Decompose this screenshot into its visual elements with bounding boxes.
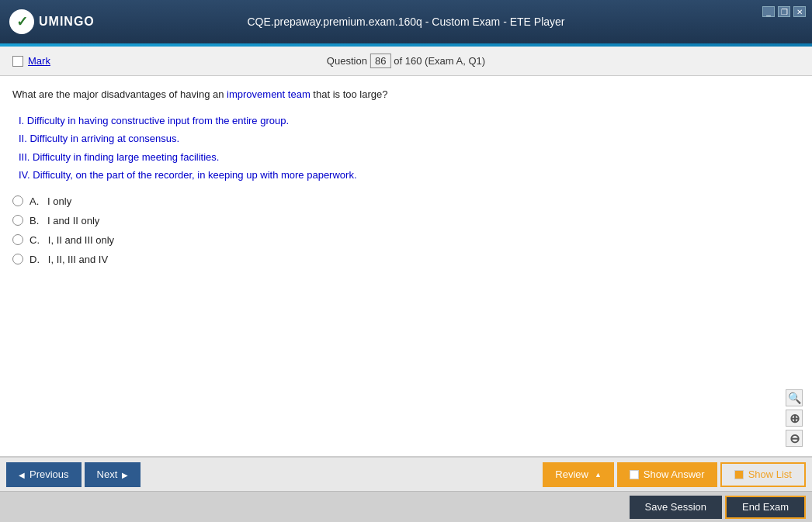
logo-check-icon: ✓ xyxy=(16,13,28,30)
end-exam-button[interactable]: End Exam xyxy=(725,496,806,519)
close-button[interactable]: ✕ xyxy=(793,6,806,17)
highlight-improvement: improvement team xyxy=(227,88,311,100)
zoom-out-button[interactable]: ⊖ xyxy=(786,430,803,447)
roman-item-1: I. Difficulty in having constructive inp… xyxy=(19,113,800,129)
chevron-left-icon xyxy=(19,468,25,480)
chevron-right-icon xyxy=(122,468,128,480)
question-number: 86 xyxy=(370,54,390,68)
question-info: Question 86 of 160 (Exam A, Q1) xyxy=(327,54,485,68)
roman-num-3: III. xyxy=(19,151,29,163)
question-text: What are the major disadvantages of havi… xyxy=(12,87,800,102)
roman-items: I. Difficulty in having constructive inp… xyxy=(12,113,800,183)
question-label: Question xyxy=(327,55,367,67)
show-answer-label: Show Answer xyxy=(644,468,705,480)
restore-button[interactable]: ❐ xyxy=(778,6,790,17)
minimize-button[interactable]: _ xyxy=(762,6,775,17)
show-list-button[interactable]: Show List xyxy=(720,462,806,487)
review-arrow-icon xyxy=(595,470,602,479)
logo-text: UMINGO xyxy=(39,15,95,29)
option-radio-d[interactable] xyxy=(12,254,23,264)
action-bar: Save Session End Exam xyxy=(0,491,812,522)
roman-item-3: III. Difficulty in finding large meeting… xyxy=(19,150,800,165)
answer-options: A. I only B. I and II only C. I, II and … xyxy=(12,195,800,265)
roman-num-4: IV. xyxy=(19,169,30,181)
option-radio-b[interactable] xyxy=(12,215,23,226)
title-bar-controls: _ ❐ ✕ xyxy=(762,6,806,17)
question-of-label: of 160 (Exam A, Q1) xyxy=(394,55,485,67)
review-label: Review xyxy=(555,468,588,480)
option-label-c: C. I, II and III only xyxy=(29,234,114,246)
show-list-label: Show List xyxy=(748,468,792,480)
roman-item-2: II. Difficulty in arriving at consensus. xyxy=(19,131,800,147)
option-label-d: D. I, II, III and IV xyxy=(29,254,108,265)
roman-item-4: IV. Difficulty, on the part of the recor… xyxy=(19,168,800,183)
option-radio-a[interactable] xyxy=(12,195,23,206)
option-row-b: B. I and II only xyxy=(12,215,800,226)
review-button[interactable]: Review xyxy=(543,462,614,487)
highlight-keeping: keeping up with more paperwork. xyxy=(208,169,357,181)
show-list-icon xyxy=(734,470,744,479)
previous-label: Previous xyxy=(29,468,69,480)
show-answer-icon xyxy=(630,470,639,479)
mark-area: Mark xyxy=(12,55,50,67)
previous-button[interactable]: Previous xyxy=(6,462,82,487)
highlight-constructive: constructive input from the entire group… xyxy=(111,115,289,126)
zoom-controls: 🔍 ⊕ ⊖ xyxy=(786,389,803,447)
next-label: Next xyxy=(97,468,118,480)
question-header: Mark Question 86 of 160 (Exam A, Q1) xyxy=(0,47,812,76)
mark-label[interactable]: Mark xyxy=(28,55,50,67)
title-bar: ✓ UMINGO CQE.prepaway.premium.exam.160q … xyxy=(0,0,812,43)
end-exam-label: End Exam xyxy=(742,501,789,513)
save-session-button[interactable]: Save Session xyxy=(630,496,723,519)
roman-num-1: I. xyxy=(19,115,24,126)
logo-circle: ✓ xyxy=(9,9,34,34)
window-title: CQE.prepaway.premium.exam.160q - Custom … xyxy=(248,16,565,28)
option-label-a: A. I only xyxy=(29,195,71,207)
next-button[interactable]: Next xyxy=(85,462,141,487)
zoom-in-button[interactable]: ⊕ xyxy=(786,410,803,427)
option-radio-c[interactable] xyxy=(12,234,23,245)
option-label-b: B. I and II only xyxy=(29,215,99,226)
option-row-c: C. I, II and III only xyxy=(12,234,800,246)
show-answer-button[interactable]: Show Answer xyxy=(617,462,717,487)
search-icon[interactable]: 🔍 xyxy=(786,389,803,406)
logo-area: ✓ UMINGO xyxy=(9,9,95,34)
option-row-d: D. I, II, III and IV xyxy=(12,254,800,265)
save-session-label: Save Session xyxy=(645,501,707,513)
roman-num-2: II. xyxy=(19,133,27,144)
main-content: What are the major disadvantages of havi… xyxy=(0,76,812,457)
option-row-a: A. I only xyxy=(12,195,800,207)
nav-bar: Previous Next Review Show Answer Show Li… xyxy=(0,457,812,491)
mark-checkbox[interactable] xyxy=(12,56,23,67)
